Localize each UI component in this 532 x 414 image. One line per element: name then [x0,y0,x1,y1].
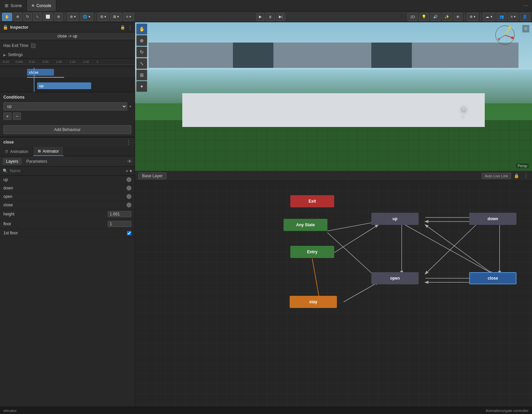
condition-select[interactable]: up down open close [3,102,127,110]
exit-time-row: Has Exit Time [3,42,131,49]
inspector-menu-btn[interactable]: ⋮ [128,25,132,30]
settings-arrow: ▶ [3,53,6,57]
layers-params-bar: Layers Parameters 👁 [0,156,135,166]
toolbar-ruler-btn[interactable]: ≡ ▾ [123,13,134,21]
state-exit[interactable]: Exit [290,195,334,207]
tab-animator[interactable]: ⊞ Animator [33,147,64,156]
toolbar-audio-btn[interactable]: 🔊 [430,13,441,21]
toolbar-hidden-btn[interactable]: 👁 [453,13,462,21]
scene-tool-hand[interactable]: ✋ [136,24,147,34]
param-height-row[interactable]: height [0,209,135,219]
timeline-playhead[interactable] [34,68,34,92]
base-layer-label[interactable]: Base Layer [138,173,166,179]
state-stay[interactable]: stay [290,296,337,308]
scene-tool-select[interactable]: ⤡ [136,58,147,69]
toolbar-scale-btn[interactable]: ⤡ [33,13,42,21]
param-down-row[interactable]: down [0,184,135,192]
scene-menu-btn[interactable]: ≡ [522,25,529,32]
search-add-btn[interactable]: + ▾ [126,168,132,174]
toolbar-snap-btn[interactable]: ⊠ ▾ [110,13,122,21]
toolbar-transform-btn[interactable]: ⊕ [54,13,63,21]
param-1stfloor-row[interactable]: 1st floor [0,229,135,237]
scene-tool-zoom[interactable]: ↻ [136,47,147,57]
exit-time-checkbox[interactable] [31,44,35,48]
state-any-state[interactable]: Any State [284,219,327,231]
toolbar-hand-btn[interactable]: ✋ [2,13,12,21]
state-close[interactable]: close [469,272,516,284]
timeline-ruler: -0:10 0:00s 0:10 0:20 1:00 1:10 1:20 2 [0,59,135,65]
tab-console[interactable]: ≡ Console [27,0,56,11]
toolbar-collab-btn[interactable]: 👥 [497,13,507,21]
top-menu-dots[interactable]: ⋯ [520,2,532,9]
state-entry[interactable]: Entry [290,246,334,258]
animator-lock-icon[interactable]: 🔒 [514,173,519,178]
param-height-input[interactable] [108,211,131,217]
param-up-row[interactable]: up [0,176,135,184]
tab-animation[interactable]: ⏱ Animation [0,147,33,156]
panel-menu-btn[interactable]: ⋮ [126,139,131,146]
ruler-mark-7: 2 [97,60,110,63]
param-floor-row[interactable]: floor [0,219,135,229]
toolbar-2d-btn[interactable]: 2D [407,13,418,21]
toolbar-move-btn[interactable]: ⊕ [14,13,22,21]
param-close-row[interactable]: close [0,201,135,209]
toolbar-effects-btn[interactable]: ✨ [442,13,452,21]
toolbar-sep-4 [480,14,481,20]
condition-type: ▾ [129,104,131,109]
toolbar-layers-btn[interactable]: ≡ ▾ [508,13,518,21]
scene-tool-transform[interactable]: ⊞ [136,70,147,80]
svg-line-21 [344,282,378,302]
animator-menu-btn[interactable]: ⋮ [523,173,529,179]
status-right: Animations/gate.controller [486,409,529,413]
toolbar-cloud-btn[interactable]: ☁ ▾ [483,13,495,21]
param-up-trigger[interactable] [127,177,131,182]
ruler-mark-2: 0:10 [29,60,43,63]
param-open-trigger[interactable] [127,194,131,199]
toolbar-global-btn[interactable]: 🌐 ▾ [80,13,93,21]
settings-row[interactable]: ▶ Settings [0,51,135,58]
top-bar: ⊞ Scene ≡ Console ⋯ [0,0,532,11]
toolbar-light-btn[interactable]: 💡 [419,13,429,21]
toolbar-rect-btn[interactable]: ⬜ [43,13,53,21]
layers-tab[interactable]: Layers [3,158,22,165]
gizmo: y [495,25,515,45]
condition-remove-btn[interactable]: − [13,112,21,120]
any-state-label: Any State [296,223,315,227]
animator-canvas[interactable]: Exit Any State Entry up down [135,181,532,407]
toolbar-pause-btn[interactable]: ⏸ [266,13,275,21]
track-bar-up[interactable]: up [37,82,91,89]
auto-live-link-btn[interactable]: Auto Live Link [482,173,511,179]
toolbar-step-btn[interactable]: ▶| [276,13,285,21]
param-open-name: open [3,194,127,199]
toolbar-grid-btn[interactable]: ⊞ ▾ [98,13,109,21]
tab-scene[interactable]: ⊞ Scene [0,0,27,11]
add-behaviour-button[interactable]: Add Behaviour [3,125,131,134]
state-down[interactable]: down [469,213,516,225]
parameters-tab[interactable]: Parameters [23,158,51,165]
inspector-lock-btn[interactable]: 🔒 [120,25,125,30]
scene-tool-rotate[interactable]: ⊕ [136,35,147,46]
toolbar-rotate-btn[interactable]: ↻ [23,13,32,21]
scene-tool-custom[interactable]: ✦ [136,81,147,92]
eye-icon[interactable]: 👁 [127,159,132,164]
stay-label: stay [309,300,317,304]
state-open[interactable]: open [371,272,419,284]
condition-add-btn[interactable]: + [3,112,11,120]
param-floor-input[interactable] [108,221,131,227]
toolbar-account-btn[interactable]: 👤 [520,13,530,21]
svg-point-5 [511,36,514,39]
search-input[interactable] [10,169,124,173]
track-bar-close[interactable]: close [27,69,54,76]
param-close-trigger[interactable] [127,203,131,207]
toolbar-pivot-btn[interactable]: ⊕ ▾ [67,13,79,21]
state-up[interactable]: up [371,213,419,225]
toolbar-play-btn[interactable]: ▶ [256,13,264,21]
close-label: close [488,276,498,281]
param-open-row[interactable]: open [0,192,135,201]
status-left: elevator [3,409,486,413]
inspector-actions: 🔒 ⋮ [120,25,132,30]
toolbar-gizmos-btn[interactable]: ⊕ ▾ [467,13,478,21]
param-down-trigger[interactable] [127,186,131,190]
toolbar-sep-3 [464,14,465,20]
param-1stfloor-checkbox[interactable] [127,231,131,235]
